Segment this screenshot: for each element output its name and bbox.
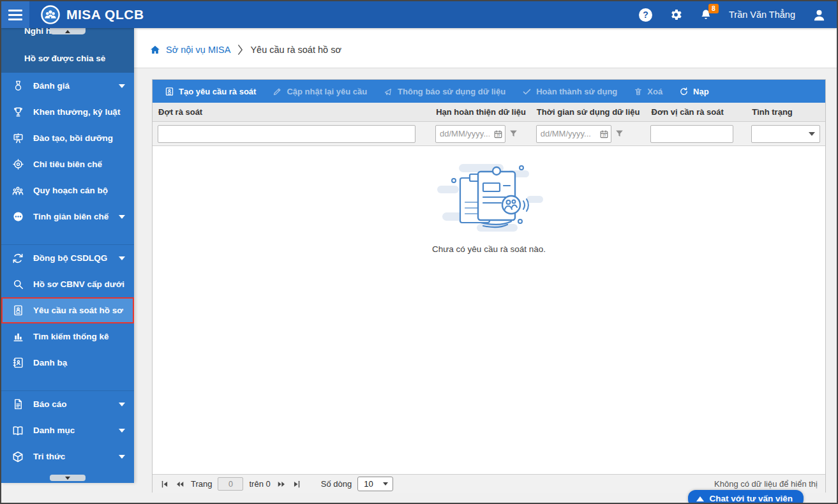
table-header-row: Đợt rà soát Hạn hoàn thiện dữ liệu Thời … [153, 103, 825, 122]
chevron-down-icon [383, 482, 388, 485]
empty-state-illustration [432, 163, 546, 234]
table-filter-row: 23 23 [153, 122, 825, 146]
column-header-unit[interactable]: Đơn vị cần rà soát [646, 103, 747, 121]
data-usage-notice-button[interactable]: Thông báo sử dụng dữ liệu [375, 80, 514, 103]
pagination-status-text: Không có dữ liệu để hiển thị [714, 479, 818, 489]
app-window: MISA QLCB ? 8 Trần Văn Thẳng [0, 0, 838, 504]
people-group-icon [10, 184, 26, 197]
chevron-down-icon [119, 215, 125, 219]
app-logo: MISA QLCB [41, 5, 144, 24]
next-page-button[interactable] [276, 480, 287, 489]
sidebar-item-directory[interactable]: Danh bạ [1, 350, 134, 376]
sidebar-item-training[interactable]: Đào tạo, bồi dưỡng [1, 125, 134, 151]
open-book-icon [10, 424, 26, 437]
sidebar-item-evaluation[interactable]: Đánh giá [1, 73, 134, 99]
column-header-status[interactable]: Tình trạng [746, 103, 825, 121]
chevron-down-icon [119, 455, 125, 459]
notifications-button[interactable]: 8 [700, 8, 712, 22]
breadcrumb-current: Yêu cầu rà soát hồ sơ [250, 45, 341, 55]
sidebar-item-cadre-planning[interactable]: Quy hoạch cán bộ [1, 177, 134, 204]
sidebar-item-shared-records[interactable]: Hồ sơ được chia sẻ [1, 45, 134, 71]
search-icon [10, 278, 26, 290]
user-menu-button[interactable] [812, 8, 827, 22]
filter-review-batch-input[interactable] [158, 125, 415, 143]
page-label: Trang [191, 479, 212, 489]
column-header-data-deadline[interactable]: Hạn hoàn thiện dữ liệu [430, 103, 531, 121]
sidebar-submenu-records: Nghỉ hưu Hồ sơ được chia sẻ [1, 28, 134, 73]
avatar-icon [812, 8, 827, 22]
notification-count-badge: 8 [708, 4, 719, 13]
update-request-button[interactable]: Cập nhật lại yêu cầu [264, 80, 375, 103]
sidebar-scroll-down[interactable] [50, 475, 86, 481]
sync-icon [10, 252, 26, 265]
delete-button[interactable]: Xoá [625, 80, 671, 103]
sidebar-scroll-up[interactable] [50, 28, 86, 34]
megaphone-icon [384, 87, 393, 96]
user-name: Trần Văn Thẳng [729, 10, 795, 20]
report-file-icon [10, 398, 26, 410]
sidebar-item-reward-discipline[interactable]: Khen thưởng, kỷ luật [1, 99, 134, 125]
trash-icon [634, 87, 643, 96]
svg-text:23: 23 [497, 134, 500, 137]
record-card-icon [10, 304, 26, 316]
create-review-request-button[interactable]: Tạo yêu cầu rà soát [156, 80, 264, 103]
action-toolbar: Tạo yêu cầu rà soát Cập nhật lại yêu cầu… [153, 80, 825, 103]
hamburger-menu-button[interactable] [1, 1, 29, 28]
calendar-icon[interactable]: 23 [599, 129, 609, 138]
column-header-data-usage-time[interactable]: Thời gian sử dụng dữ liệu [531, 103, 646, 121]
sidebar-item-staffing-quota[interactable]: Chỉ tiêu biên chế [1, 151, 134, 177]
svg-text:23: 23 [602, 134, 606, 137]
complete-usage-button[interactable]: Hoàn thành sử dụng [514, 80, 625, 103]
sidebar-item-national-db-sync[interactable]: Đồng bộ CSDLQG [1, 245, 134, 271]
chevron-down-icon [119, 256, 125, 260]
chevron-down-icon [119, 84, 125, 88]
empty-state-message: Chưa có yêu cầu rà soát nào. [432, 244, 546, 254]
breadcrumb: Sở nội vụ MISA Yêu cầu rà soát hồ sơ [149, 44, 341, 56]
top-header: MISA QLCB ? 8 Trần Văn Thẳng [1, 1, 837, 28]
app-title: MISA QLCB [66, 7, 144, 22]
address-book-icon [10, 357, 26, 369]
check-icon [522, 87, 532, 96]
previous-page-button[interactable] [175, 480, 185, 489]
help-button[interactable]: ? [639, 8, 652, 22]
breadcrumb-root-link[interactable]: Sở nội vụ MISA [149, 44, 230, 56]
sidebar-nav: Nghỉ hưu Hồ sơ được chia sẻ Đánh giá [1, 28, 134, 483]
sidebar-item-record-review-request[interactable]: Yêu cầu rà soát hồ sơ [1, 297, 134, 323]
triangle-up-icon [696, 496, 704, 501]
last-page-button[interactable] [292, 480, 301, 489]
gear-icon [669, 8, 683, 22]
page-number-input[interactable] [218, 477, 243, 491]
home-icon [149, 44, 161, 56]
table-body-empty: Chưa có yêu cầu rà soát nào. [153, 146, 825, 474]
record-card-icon [165, 87, 174, 96]
sidebar-item-staff-reduction[interactable]: Tinh giản biên chế [1, 204, 134, 230]
rows-per-page-select[interactable]: 10 [357, 477, 393, 491]
filter-funnel-icon[interactable] [509, 129, 518, 138]
breadcrumb-separator-icon [237, 44, 244, 56]
calendar-icon[interactable]: 23 [493, 129, 503, 138]
chevron-down-icon [809, 132, 815, 136]
rows-per-page-label: Số dòng [321, 479, 352, 489]
sidebar-item-subordinate-records[interactable]: Hồ sơ CBNV cấp dưới [1, 271, 134, 297]
filter-unit-input[interactable] [650, 125, 733, 143]
presentation-board-icon [10, 132, 26, 144]
chat-support-button[interactable]: Chat với tư vấn viên [688, 490, 804, 504]
ellipsis-circle-icon [10, 211, 26, 223]
filter-status-select[interactable] [751, 125, 820, 143]
chevron-down-icon [119, 429, 125, 433]
first-page-button[interactable] [160, 480, 169, 489]
medal-icon [10, 80, 26, 92]
sidebar-item-categories[interactable]: Danh mục [1, 417, 134, 443]
reload-button[interactable]: Nạp [671, 80, 717, 103]
column-header-review-batch[interactable]: Đợt rà soát [153, 103, 430, 121]
target-icon [10, 158, 26, 170]
sidebar-item-statistics-search[interactable]: Tìm kiếm thống kê [1, 323, 134, 350]
sidebar-divider [1, 376, 134, 391]
settings-button[interactable] [669, 8, 683, 22]
bar-chart-icon [10, 330, 26, 343]
breadcrumb-bar: Sở nội vụ MISA Yêu cầu rà soát hồ sơ [134, 28, 837, 68]
sidebar-item-reports[interactable]: Báo cáo [1, 391, 134, 417]
sidebar-item-knowledge[interactable]: Tri thức [1, 443, 134, 470]
sidebar-divider [1, 230, 134, 245]
filter-funnel-icon[interactable] [615, 129, 624, 138]
